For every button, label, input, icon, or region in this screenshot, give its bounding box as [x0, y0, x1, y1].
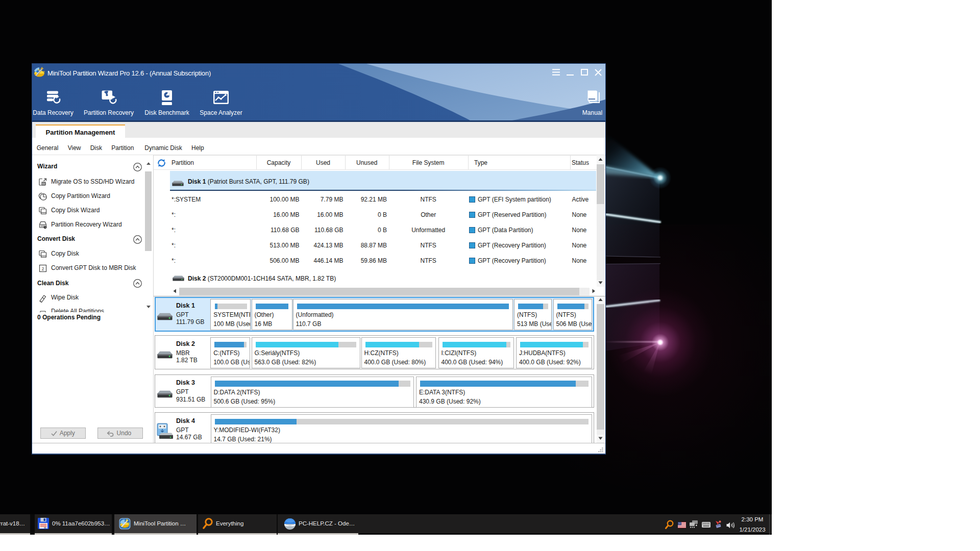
svg-text:S1: S1 [44, 527, 46, 529]
svg-text:2: 2 [41, 266, 44, 271]
